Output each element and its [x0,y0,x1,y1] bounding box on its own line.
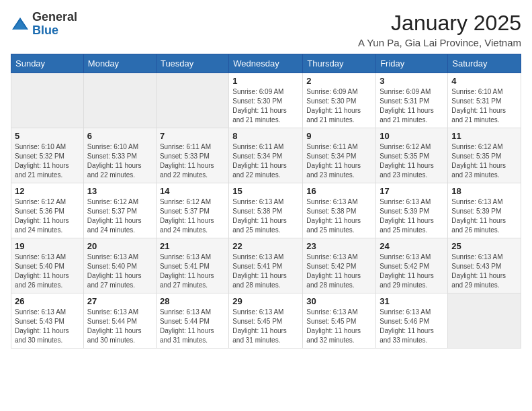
calendar-cell [448,293,521,349]
day-info: Sunrise: 6:13 AM Sunset: 5:41 PM Dayligh… [160,253,225,290]
calendar-cell [83,73,156,128]
day-info: Sunrise: 6:12 AM Sunset: 5:36 PM Dayligh… [15,197,80,235]
day-number: 21 [160,241,225,251]
calendar-cell: 7Sunrise: 6:11 AM Sunset: 5:33 PM Daylig… [156,128,228,183]
day-info: Sunrise: 6:12 AM Sunset: 5:37 PM Dayligh… [160,197,225,235]
day-info: Sunrise: 6:10 AM Sunset: 5:31 PM Dayligh… [451,87,517,125]
day-info: Sunrise: 6:10 AM Sunset: 5:33 PM Dayligh… [87,142,152,180]
day-number: 19 [15,241,80,251]
day-info: Sunrise: 6:09 AM Sunset: 5:30 PM Dayligh… [232,87,299,125]
day-info: Sunrise: 6:13 AM Sunset: 5:44 PM Dayligh… [87,308,152,345]
day-number: 14 [160,186,225,196]
weekday-header-sunday: Sunday [11,54,84,73]
day-info: Sunrise: 6:10 AM Sunset: 5:32 PM Dayligh… [15,142,80,180]
calendar-cell: 6Sunrise: 6:10 AM Sunset: 5:33 PM Daylig… [83,128,156,183]
day-number: 24 [380,241,444,251]
day-info: Sunrise: 6:09 AM Sunset: 5:31 PM Dayligh… [380,87,444,125]
day-number: 18 [451,186,517,196]
calendar-cell: 5Sunrise: 6:10 AM Sunset: 5:32 PM Daylig… [11,128,84,183]
calendar-cell: 1Sunrise: 6:09 AM Sunset: 5:30 PM Daylig… [229,73,303,128]
logo-general-label: General [32,11,77,24]
calendar-cell: 21Sunrise: 6:13 AM Sunset: 5:41 PM Dayli… [156,238,228,293]
day-number: 15 [232,186,299,196]
day-number: 10 [380,131,444,141]
title-area: January 2025 A Yun Pa, Gia Lai Province,… [358,11,521,48]
day-info: Sunrise: 6:13 AM Sunset: 5:46 PM Dayligh… [380,308,444,345]
day-info: Sunrise: 6:11 AM Sunset: 5:33 PM Dayligh… [160,142,225,180]
calendar-cell: 2Sunrise: 6:09 AM Sunset: 5:30 PM Daylig… [303,73,376,128]
weekday-header-tuesday: Tuesday [156,54,228,73]
calendar-cell: 20Sunrise: 6:13 AM Sunset: 5:40 PM Dayli… [83,238,156,293]
page-header: General Blue January 2025 A Yun Pa, Gia … [11,11,521,48]
logo-blue-label: Blue [32,24,77,38]
calendar-week-row: 26Sunrise: 6:13 AM Sunset: 5:43 PM Dayli… [11,293,521,349]
calendar-cell: 4Sunrise: 6:10 AM Sunset: 5:31 PM Daylig… [448,73,521,128]
calendar-cell: 16Sunrise: 6:13 AM Sunset: 5:38 PM Dayli… [303,183,376,238]
weekday-header-saturday: Saturday [448,54,521,73]
day-info: Sunrise: 6:13 AM Sunset: 5:42 PM Dayligh… [306,253,372,290]
day-number: 1 [232,76,299,86]
day-number: 7 [160,131,225,141]
day-info: Sunrise: 6:13 AM Sunset: 5:40 PM Dayligh… [87,253,152,290]
day-info: Sunrise: 6:13 AM Sunset: 5:39 PM Dayligh… [380,197,444,235]
day-number: 31 [380,296,444,306]
day-info: Sunrise: 6:13 AM Sunset: 5:38 PM Dayligh… [306,197,372,235]
calendar-cell: 14Sunrise: 6:12 AM Sunset: 5:37 PM Dayli… [156,183,228,238]
location-subtitle: A Yun Pa, Gia Lai Province, Vietnam [358,37,521,48]
calendar-cell: 31Sunrise: 6:13 AM Sunset: 5:46 PM Dayli… [376,293,448,349]
day-number: 30 [306,296,372,306]
calendar-cell: 11Sunrise: 6:12 AM Sunset: 5:35 PM Dayli… [448,128,521,183]
calendar-cell: 17Sunrise: 6:13 AM Sunset: 5:39 PM Dayli… [376,183,448,238]
calendar-week-row: 19Sunrise: 6:13 AM Sunset: 5:40 PM Dayli… [11,238,521,293]
day-number: 28 [160,296,225,306]
calendar-cell: 8Sunrise: 6:11 AM Sunset: 5:34 PM Daylig… [229,128,303,183]
calendar-cell: 26Sunrise: 6:13 AM Sunset: 5:43 PM Dayli… [11,293,84,349]
day-number: 8 [232,131,299,141]
day-number: 6 [87,131,152,141]
calendar-cell [156,73,228,128]
day-info: Sunrise: 6:13 AM Sunset: 5:41 PM Dayligh… [232,253,299,290]
calendar-week-row: 1Sunrise: 6:09 AM Sunset: 5:30 PM Daylig… [11,73,521,128]
weekday-header-friday: Friday [376,54,448,73]
day-info: Sunrise: 6:13 AM Sunset: 5:38 PM Dayligh… [232,197,299,235]
calendar-cell: 19Sunrise: 6:13 AM Sunset: 5:40 PM Dayli… [11,238,84,293]
calendar-table: SundayMondayTuesdayWednesdayThursdayFrid… [11,54,521,349]
weekday-header-monday: Monday [83,54,156,73]
calendar-cell: 15Sunrise: 6:13 AM Sunset: 5:38 PM Dayli… [229,183,303,238]
day-info: Sunrise: 6:12 AM Sunset: 5:37 PM Dayligh… [87,197,152,235]
calendar-cell: 22Sunrise: 6:13 AM Sunset: 5:41 PM Dayli… [229,238,303,293]
calendar-cell: 24Sunrise: 6:13 AM Sunset: 5:42 PM Dayli… [376,238,448,293]
day-number: 12 [15,186,80,196]
month-title: January 2025 [358,11,521,36]
calendar-cell: 28Sunrise: 6:13 AM Sunset: 5:44 PM Dayli… [156,293,228,349]
day-info: Sunrise: 6:12 AM Sunset: 5:35 PM Dayligh… [451,142,517,180]
day-number: 5 [15,131,80,141]
calendar-cell: 27Sunrise: 6:13 AM Sunset: 5:44 PM Dayli… [83,293,156,349]
day-info: Sunrise: 6:13 AM Sunset: 5:44 PM Dayligh… [160,308,225,345]
calendar-cell [11,73,84,128]
calendar-cell: 3Sunrise: 6:09 AM Sunset: 5:31 PM Daylig… [376,73,448,128]
calendar-cell: 25Sunrise: 6:13 AM Sunset: 5:43 PM Dayli… [448,238,521,293]
day-number: 3 [380,76,444,86]
day-number: 27 [87,296,152,306]
day-number: 22 [232,241,299,251]
day-number: 2 [306,76,372,86]
day-number: 29 [232,296,299,306]
calendar-cell: 12Sunrise: 6:12 AM Sunset: 5:36 PM Dayli… [11,183,84,238]
day-number: 25 [451,241,517,251]
calendar-cell: 23Sunrise: 6:13 AM Sunset: 5:42 PM Dayli… [303,238,376,293]
logo-icon [11,15,30,34]
day-number: 11 [451,131,517,141]
day-info: Sunrise: 6:13 AM Sunset: 5:45 PM Dayligh… [232,308,299,345]
logo: General Blue [11,11,77,38]
day-number: 4 [451,76,517,86]
day-info: Sunrise: 6:13 AM Sunset: 5:43 PM Dayligh… [451,253,517,290]
calendar-week-row: 5Sunrise: 6:10 AM Sunset: 5:32 PM Daylig… [11,128,521,183]
day-info: Sunrise: 6:12 AM Sunset: 5:35 PM Dayligh… [380,142,444,180]
calendar-cell: 18Sunrise: 6:13 AM Sunset: 5:39 PM Dayli… [448,183,521,238]
day-number: 26 [15,296,80,306]
day-number: 17 [380,186,444,196]
day-number: 20 [87,241,152,251]
day-info: Sunrise: 6:13 AM Sunset: 5:39 PM Dayligh… [451,197,517,235]
calendar-cell: 30Sunrise: 6:13 AM Sunset: 5:45 PM Dayli… [303,293,376,349]
